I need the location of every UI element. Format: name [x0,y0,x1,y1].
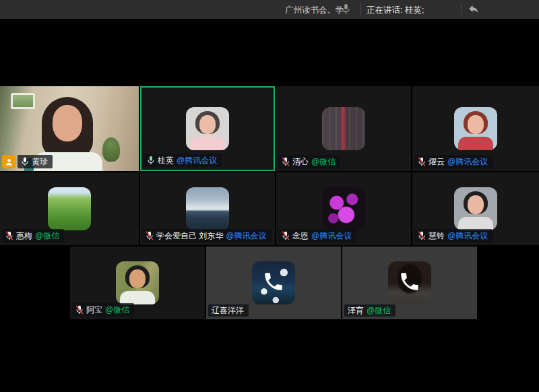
mic-muted-icon [418,157,426,166]
mic-muted-icon [75,305,84,315]
avatar-face [468,115,484,134]
host-person-icon [2,155,15,168]
participant-label-row: 黄珍 [2,155,53,168]
participant-name: 燿云 [429,158,445,166]
participant-label-row: 泽育@微信 [344,304,395,317]
participant-name: 阿宝 [86,306,102,314]
platform-tag: @腾讯会议 [447,158,488,166]
participant-label-row: 桂英@腾讯会议 [144,154,222,167]
mic-icon [21,157,29,166]
reply-arrow-icon [467,3,480,17]
participant-name: 泽育 [348,306,364,315]
wall-art [11,93,35,109]
platform-tag: @腾讯会议 [447,232,488,240]
platform-tag: @微信 [105,306,129,314]
participant-name: 桂英 [158,156,174,164]
participant-label: 清心@微信 [278,155,340,168]
participant-label: 阿宝@微信 [72,303,134,317]
avatar-shirt [458,137,493,150]
participant-name: 惠梅 [16,232,32,240]
participant-name: 学会爱自己 刘东华 [156,232,223,240]
avatar-face [129,269,146,288]
participant-tile-4[interactable]: 惠梅@微信 [0,172,139,245]
participant-label: 学会爱自己 刘东华@腾讯会议 [142,229,272,242]
participant-tile-6[interactable]: 念恩@腾讯会议 [276,172,411,245]
participant-label-row: 阿宝@微信 [72,303,134,317]
participant-label-row: 惠梅@微信 [2,229,64,242]
participant-tile-9[interactable]: 辽喜洋洋 [206,247,341,319]
participant-label-row: 辽喜洋洋 [208,304,249,317]
mic-muted-icon [282,157,290,166]
participant-label-row: 念恩@腾讯会议 [278,229,356,242]
participant-tile-0[interactable]: 黄珍 [0,86,139,171]
participant-tile-8[interactable]: 阿宝@微信 [70,247,205,319]
avatar [48,187,91,230]
person-face [53,105,82,141]
participant-label-row: 学会爱自己 刘东华@腾讯会议 [142,229,272,242]
participant-name: 黄珍 [32,158,48,166]
participant-name: 念恩 [292,232,309,240]
mic-muted-icon [146,231,154,240]
avatar [322,187,365,230]
participant-name: 慧铃 [429,232,445,240]
participant-tile-10[interactable]: 泽育@微信 [342,247,477,319]
mic-icon [147,156,155,165]
participant-label: 念恩@腾讯会议 [278,229,356,242]
avatar [454,107,497,150]
speaking-status: 正在讲话: 桂英; [367,5,424,16]
participant-label: 辽喜洋洋 [208,304,249,317]
avatar-shirt [458,217,493,230]
participant-tile-7[interactable]: 慧铃@腾讯会议 [412,172,539,245]
participant-name: 清心 [292,158,309,166]
participant-label: 桂英@腾讯会议 [144,154,222,167]
avatar [388,261,431,304]
platform-tag: @腾讯会议 [226,232,266,240]
participant-tile-5[interactable]: 学会爱自己 刘东华@腾讯会议 [140,172,275,245]
avatar-face [468,195,484,214]
mic-muted-icon [5,231,13,240]
meeting-title: 广州读书会。学 [285,5,344,16]
participant-label: 惠梅@微信 [2,229,64,242]
phone-call-icon [262,270,285,296]
speaker-mic-icon [342,3,350,18]
participant-label-row: 慧铃@腾讯会议 [414,229,493,242]
platform-tag: @微信 [311,158,336,166]
platform-tag: @微信 [367,306,391,315]
participant-label-row: 清心@微信 [278,155,340,168]
avatar [454,187,497,230]
reply-arrow-button[interactable] [466,2,482,17]
participant-tile-1[interactable]: 桂英@腾讯会议 [140,86,275,171]
participant-label: 泽育@微信 [344,304,395,317]
participant-label: 黄珍 [18,155,53,168]
participant-label-row: 燿云@腾讯会议 [414,155,493,168]
platform-tag: @微信 [35,232,59,240]
participant-label: 慧铃@腾讯会议 [414,229,493,242]
avatar-shirt [190,137,225,150]
topbar-divider [360,3,361,15]
avatar [186,187,229,230]
mic-muted-icon [282,231,290,240]
participant-label: 燿云@腾讯会议 [414,155,493,168]
avatar [252,261,295,304]
avatar [322,107,365,150]
topbar: 广州读书会。学 正在讲话: 桂英; [0,0,539,19]
topbar-divider [461,3,462,15]
participant-tile-3[interactable]: 燿云@腾讯会议 [412,86,539,171]
mic-muted-icon [418,231,426,240]
phone-call-icon [398,270,421,296]
avatar [186,107,229,150]
avatar-shirt [120,291,155,304]
participant-name: 辽喜洋洋 [212,306,244,315]
platform-tag: @腾讯会议 [177,156,217,164]
avatar [116,261,159,304]
participant-tile-2[interactable]: 清心@微信 [276,86,411,171]
plant [102,137,120,162]
avatar-face [199,115,216,134]
platform-tag: @腾讯会议 [311,232,352,240]
